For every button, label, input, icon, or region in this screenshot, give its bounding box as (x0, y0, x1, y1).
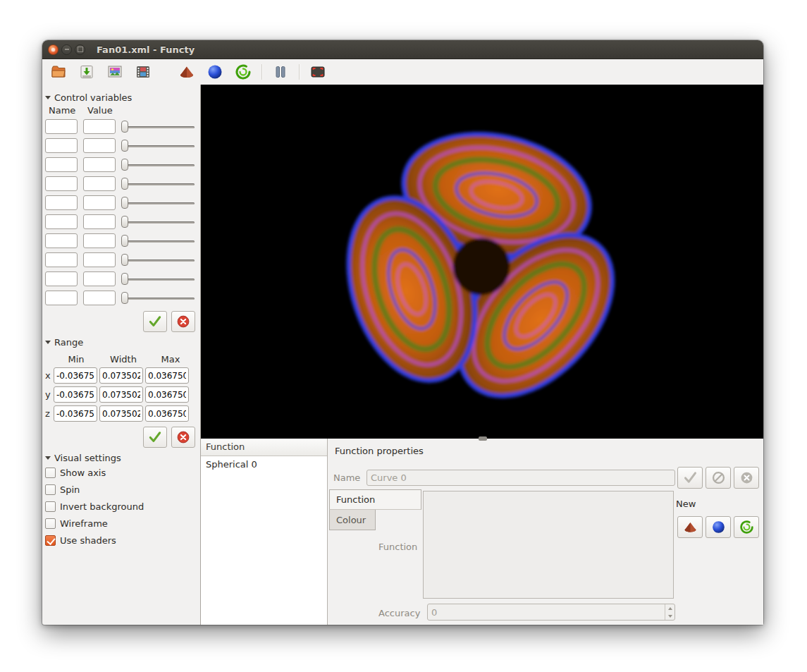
slider-handle[interactable] (121, 254, 128, 266)
slider-handle[interactable] (121, 216, 128, 228)
slider-handle[interactable] (121, 235, 128, 247)
variable-slider[interactable] (121, 176, 196, 192)
variable-value-input[interactable] (83, 233, 116, 248)
variable-slider[interactable] (121, 214, 196, 230)
render-viewport[interactable] (201, 85, 763, 439)
range-z-width-input[interactable] (99, 405, 143, 422)
accuracy-spinner[interactable] (427, 604, 675, 621)
new-curve-button[interactable] (233, 62, 253, 82)
titlebar[interactable]: Fan01.xml - Functy (42, 40, 763, 59)
range-z-max-input[interactable] (145, 405, 189, 422)
variable-value-input[interactable] (83, 271, 116, 286)
variable-slider[interactable] (121, 195, 196, 211)
cancel-variables-button[interactable] (171, 311, 195, 332)
variable-value-input[interactable] (83, 291, 116, 305)
delete-function-button[interactable] (734, 467, 759, 489)
variable-slider[interactable] (121, 119, 196, 135)
slider-handle[interactable] (121, 292, 128, 304)
pause-button[interactable] (271, 62, 290, 82)
variable-slider[interactable] (121, 233, 196, 249)
variable-value-input[interactable] (83, 214, 116, 229)
control-variable-row (42, 136, 200, 155)
checkbox-icon[interactable] (45, 484, 56, 495)
function-name-input[interactable] (366, 470, 675, 486)
variable-value-input[interactable] (83, 195, 116, 210)
checkbox-use-shaders[interactable]: Use shaders (42, 532, 200, 549)
range-y-width-input[interactable] (99, 386, 143, 403)
checkbox-icon[interactable] (45, 468, 56, 478)
range-x-max-input[interactable] (145, 367, 189, 384)
apply-variables-button[interactable] (143, 311, 167, 332)
variable-value-input[interactable] (83, 252, 116, 267)
close-button[interactable] (48, 44, 58, 55)
variable-name-input[interactable] (45, 291, 78, 305)
checkbox-icon[interactable] (45, 518, 56, 529)
variable-slider[interactable] (121, 291, 196, 306)
variable-slider[interactable] (121, 252, 196, 268)
range-section-header[interactable]: Range (42, 336, 200, 348)
new-cartesian-button[interactable] (177, 62, 197, 82)
checkbox-spin[interactable]: Spin (42, 481, 200, 498)
export-animation-button[interactable] (133, 62, 153, 82)
function-list-item[interactable]: Spherical 0 (201, 456, 327, 472)
variable-name-input[interactable] (45, 138, 78, 153)
variable-value-input[interactable] (83, 157, 116, 172)
variable-name-input[interactable] (45, 119, 78, 134)
slider-handle[interactable] (121, 121, 128, 133)
variable-name-input[interactable] (45, 214, 78, 229)
block-function-button[interactable] (706, 467, 731, 489)
checkbox-icon[interactable] (45, 535, 56, 546)
function-expression-textarea[interactable] (423, 491, 674, 599)
slider-handle[interactable] (121, 140, 128, 152)
collapse-triangle-icon (45, 341, 51, 344)
spinner-buttons[interactable] (665, 604, 674, 620)
slider-handle[interactable] (121, 178, 128, 190)
variable-slider[interactable] (121, 271, 196, 287)
visual-settings-section-header[interactable]: Visual settings (42, 452, 200, 464)
apply-range-button[interactable] (143, 427, 167, 448)
slider-handle[interactable] (121, 159, 128, 171)
checkbox-icon[interactable] (45, 501, 56, 512)
variable-name-input[interactable] (45, 233, 78, 248)
variable-value-input[interactable] (83, 176, 116, 191)
range-y-min-input[interactable] (54, 386, 97, 403)
range-z-min-input[interactable] (54, 405, 97, 422)
checkbox-invert-background[interactable]: Invert background (42, 498, 200, 515)
control-variables-section-header[interactable]: Control variables (42, 92, 200, 104)
open-button[interactable] (49, 62, 68, 82)
variable-slider[interactable] (121, 138, 196, 154)
save-button[interactable] (77, 62, 97, 82)
checkbox-wireframe[interactable]: Wireframe (42, 515, 200, 532)
checkbox-show-axis[interactable]: Show axis (42, 464, 200, 481)
variable-name-input[interactable] (45, 176, 78, 191)
new-cartesian-function-button[interactable] (677, 516, 703, 538)
accuracy-input[interactable] (428, 604, 665, 620)
variable-name-input[interactable] (45, 157, 78, 172)
variable-name-input[interactable] (45, 252, 78, 267)
variable-value-input[interactable] (83, 138, 116, 153)
export-image-button[interactable] (105, 62, 125, 82)
range-x-width-input[interactable] (99, 367, 143, 384)
minimize-button[interactable] (61, 44, 72, 55)
apply-function-button[interactable] (677, 467, 703, 489)
control-variables-actions (42, 311, 200, 332)
variable-value-input[interactable] (83, 119, 116, 134)
range-y-max-input[interactable] (145, 386, 189, 403)
slider-handle[interactable] (121, 273, 128, 285)
function-list-header[interactable]: Function (201, 439, 327, 456)
new-curve-function-button[interactable] (734, 516, 759, 538)
maximize-button[interactable] (75, 44, 85, 55)
slider-handle[interactable] (121, 197, 128, 209)
variable-name-input[interactable] (45, 271, 78, 286)
fullscreen-button[interactable] (308, 62, 328, 82)
tab-function[interactable]: Function (329, 489, 421, 510)
variable-slider[interactable] (121, 157, 196, 173)
spinner-up-icon[interactable] (665, 604, 674, 612)
new-spherical-button[interactable] (205, 62, 225, 82)
new-spherical-function-button[interactable] (706, 516, 731, 538)
range-x-min-input[interactable] (54, 367, 97, 384)
cancel-range-button[interactable] (171, 427, 195, 448)
tab-colour[interactable]: Colour (329, 510, 376, 530)
variable-name-input[interactable] (45, 195, 78, 210)
spinner-down-icon[interactable] (665, 612, 674, 620)
